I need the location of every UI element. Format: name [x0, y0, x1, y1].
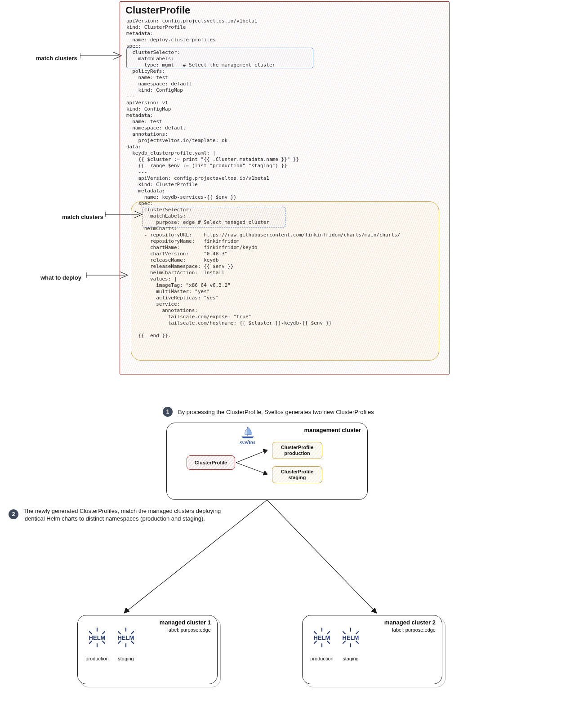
helm-2a: HELM production [310, 626, 334, 661]
svg-line-16 [89, 632, 92, 634]
svg-marker-9 [263, 471, 267, 475]
svg-line-37 [343, 632, 345, 634]
managed-cluster-2-box: managed cluster 2 label: purpose:edge HE… [302, 615, 442, 684]
svg-text:HELM: HELM [314, 634, 330, 641]
svg-line-12 [267, 500, 377, 613]
managed-1-title: managed cluster 1 [160, 619, 211, 626]
helm-2a-cap: production [310, 656, 334, 661]
managed-2-title: managed cluster 2 [384, 619, 436, 626]
arrow-to-managed [76, 500, 481, 621]
svg-line-33 [327, 641, 330, 643]
mgmt-title: management cluster [304, 427, 361, 433]
arrow-split [235, 445, 274, 479]
helm-1a-cap: production [85, 656, 109, 661]
source-clusterprofile-node: ClusterProfile [187, 455, 235, 470]
svg-line-39 [343, 641, 345, 643]
svg-line-40 [356, 641, 358, 643]
helm-2b-cap: staging [339, 656, 363, 661]
highlight-match-mgmt [126, 48, 313, 68]
svg-line-38 [356, 632, 358, 634]
svg-line-10 [124, 500, 267, 613]
helm-2b: HELM staging [339, 626, 363, 661]
helm-1b-cap: staging [114, 656, 138, 661]
step-1-badge: 1 [163, 407, 173, 417]
svg-text:HELM: HELM [118, 634, 134, 641]
svg-marker-7 [263, 449, 267, 454]
arrow-deploy [86, 270, 131, 281]
managed-1-label: label: purpose:edge [167, 627, 211, 633]
arrow-match-2 [105, 209, 146, 220]
managed-cluster-1-box: managed cluster 1 label: purpose:edge HE… [77, 615, 218, 684]
svg-line-25 [118, 641, 120, 643]
diagram-canvas: ClusterProfile apiVersion: config.projec… [0, 0, 588, 713]
annotation-deploy: what to deploy [40, 274, 81, 281]
svg-line-26 [131, 641, 134, 643]
helm-icon: HELM [311, 626, 333, 649]
highlight-match-edge [143, 207, 285, 227]
helm-icon: HELM [115, 626, 137, 649]
svg-line-8 [236, 463, 267, 474]
helm-icon: HELM [339, 626, 362, 649]
annotation-match-1: match clusters [36, 55, 77, 62]
svg-marker-11 [124, 608, 129, 613]
annotation-match-2: match clusters [62, 214, 103, 220]
clusterprofile-staging-node: ClusterProfile staging [272, 466, 322, 483]
sveltos-logo: sveltos [234, 426, 261, 446]
svg-line-32 [314, 641, 316, 643]
step-1-text: By processing the ClusterProfile, Svelto… [178, 408, 374, 416]
step-2-badge: 2 [9, 509, 18, 519]
clusterprofile-panel: ClusterProfile apiVersion: config.projec… [120, 1, 450, 374]
svg-line-19 [102, 641, 105, 643]
svg-line-31 [327, 632, 330, 634]
arrow-match-1 [80, 50, 125, 61]
svg-line-30 [314, 632, 316, 634]
svg-text:HELM: HELM [343, 634, 359, 641]
svg-line-6 [236, 450, 267, 463]
managed-2-label: label: purpose:edge [392, 627, 436, 633]
sailboat-icon [239, 426, 257, 439]
clusterprofile-production-node: ClusterProfile production [272, 442, 322, 459]
helm-icon: HELM [86, 626, 108, 649]
management-cluster-box: management cluster sveltos ClusterProfil… [166, 423, 368, 500]
svg-line-18 [89, 641, 92, 643]
svg-line-24 [131, 632, 134, 634]
helm-1a: HELM production [85, 626, 109, 661]
svg-line-17 [102, 632, 105, 634]
helm-1b: HELM staging [114, 626, 138, 661]
svg-line-23 [118, 632, 120, 634]
svg-text:HELM: HELM [89, 634, 106, 641]
panel-title: ClusterProfile [125, 4, 190, 16]
